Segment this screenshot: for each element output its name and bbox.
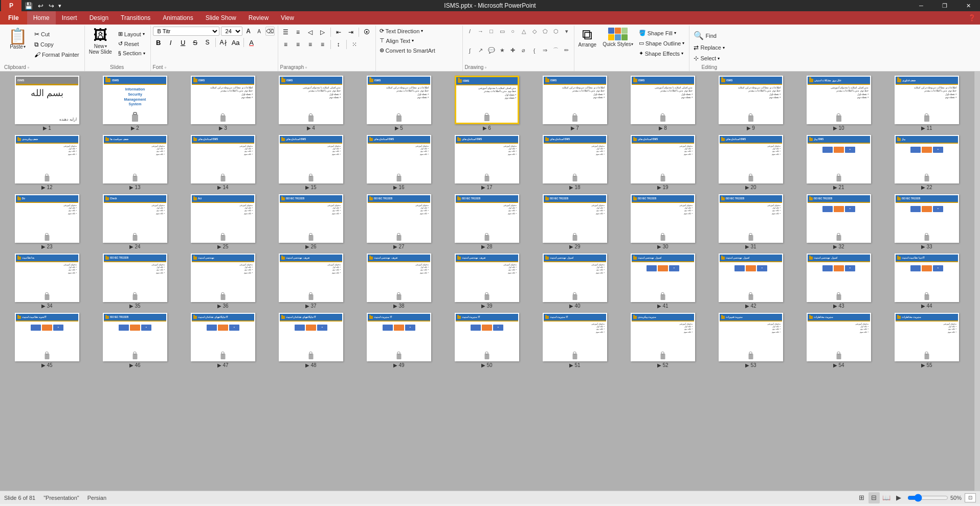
- align-center-btn[interactable]: ≡: [293, 39, 304, 50]
- find-button[interactable]: 🔍 Find: [692, 30, 726, 41]
- slideshow-view-btn[interactable]: ▶: [893, 492, 904, 503]
- slide-thumb[interactable]: استانداردهای ISMS محتوای آموزشی• نکته او…: [621, 135, 705, 190]
- slide-thumb[interactable]: ISO IEC TR13335 محتوای آموزشی• نکته اول•…: [269, 194, 353, 249]
- columns-btn[interactable]: ⦿: [361, 27, 372, 38]
- slide-thumb[interactable]: ISO IEC TR13335 ■ ▶32: [797, 194, 881, 249]
- slide-thumb[interactable]: ISMS InformationSecurityManagementSystem…: [93, 76, 177, 131]
- hexagon-shape-btn[interactable]: ⬡: [551, 27, 561, 36]
- text-direction-button[interactable]: ⟳ Text Direction ▾: [378, 27, 459, 35]
- right-scrollbar[interactable]: [974, 72, 980, 491]
- align-text-button[interactable]: ⊤ Align Text ▾: [378, 36, 459, 45]
- slide-thumb[interactable]: ISO IEC TR13335 محتوای آموزشی• نکته اول•…: [533, 194, 617, 249]
- star-shape-btn[interactable]: ★: [497, 46, 507, 55]
- slide-thumb[interactable]: استانداردهای ISMS محتوای آموزشی• نکته او…: [269, 135, 353, 190]
- align-left-btn[interactable]: ≡: [280, 39, 292, 50]
- slide-thumb[interactable]: ISMS اطلاعات و مطالب مربوطه در این اسلای…: [181, 76, 265, 131]
- slide-thumb[interactable]: ISO IEC TR13335 ■ ▶33: [885, 194, 969, 249]
- freeform-btn[interactable]: ✏: [562, 46, 572, 55]
- italic-btn[interactable]: I: [165, 37, 176, 48]
- rect-shape-btn[interactable]: □: [486, 27, 497, 36]
- increase-font-btn[interactable]: A: [244, 27, 253, 36]
- slide-thumb[interactable]: مدیریت مخاطرات محتوای آموزشی• نکته اول• …: [797, 313, 881, 368]
- decrease-font-btn[interactable]: A: [255, 27, 264, 36]
- file-menu-btn[interactable]: File: [0, 11, 27, 25]
- cross-shape-btn[interactable]: ✚: [508, 46, 518, 55]
- pentagon-shape-btn[interactable]: ⬠: [540, 27, 550, 36]
- para-dialog-btn[interactable]: ⬦: [305, 65, 307, 70]
- font-dialog-btn[interactable]: ⬦: [164, 65, 167, 70]
- callout-btn[interactable]: 💬: [486, 46, 497, 55]
- clipboard-dialog-btn[interactable]: ⬦: [27, 65, 30, 70]
- redo-qat-btn[interactable]: ↪: [47, 2, 56, 10]
- slide-thumb[interactable]: ISMS متن اصلی اسلاید با محتوای آموزشی خط…: [445, 76, 529, 131]
- layout-button[interactable]: ⊞ Layout ▾: [116, 30, 147, 38]
- slide-thumb[interactable]: جایگاههای نشاندان امنیت IT ■ ▶47: [181, 313, 265, 368]
- slide-thumb[interactable]: ISO IEC TR13335 محتوای آموزشی• نکته اول•…: [621, 194, 705, 249]
- fit-window-btn[interactable]: ⊡: [965, 493, 976, 502]
- slide-thumb[interactable]: Do محتوای آموزشی• نکته اول• نکته دوم• نک…: [5, 194, 89, 249]
- smartart-btn[interactable]: ⁙: [349, 39, 360, 50]
- slide-thumb[interactable]: اصول مهندسی امنیت ■ ▶43: [797, 254, 881, 309]
- slide-thumb[interactable]: اصول مهندسی امنیت محتوای آموزشی• نکته او…: [533, 254, 617, 309]
- line-shape-btn[interactable]: /: [465, 27, 475, 36]
- round-rect-btn[interactable]: ▭: [497, 27, 507, 36]
- font-size-select[interactable]: 24: [221, 27, 242, 36]
- home-menu-item[interactable]: Home: [27, 11, 56, 25]
- minimize-btn[interactable]: ─: [909, 0, 933, 11]
- connector-btn[interactable]: ↗: [476, 46, 486, 55]
- strikethrough-btn[interactable]: S: [190, 37, 201, 48]
- slide-thumb[interactable]: ISO IEC TR13335 محتوای آموزشی• نکته اول•…: [357, 194, 441, 249]
- slide-thumb[interactable]: ضعف فناوری اطلاعات و مطالب مربوطه در این…: [885, 76, 969, 131]
- slide-thumb[interactable]: ISO IEC TR13335 ■ ▶46: [93, 313, 177, 368]
- reading-view-btn[interactable]: 📖: [881, 492, 892, 503]
- slide-thumb[interactable]: اصول مهندسی امنیت ■ ▶42: [709, 254, 793, 309]
- ribbon-shape-btn[interactable]: ⌀: [519, 46, 529, 55]
- line-spacing-btn[interactable]: ↕: [333, 39, 344, 50]
- slide-sorter-btn[interactable]: ⊟: [868, 492, 880, 503]
- shape-outline-button[interactable]: ▭ Shape Outline ▾: [637, 39, 686, 48]
- triangle-shape-btn[interactable]: △: [519, 27, 529, 36]
- block-arrow-btn[interactable]: ⇒: [540, 46, 550, 55]
- slide-thumb[interactable]: ISO IEC TR13335 محتوای آموزشی• نکته اول•…: [93, 254, 177, 309]
- slide-thumb[interactable]: استانداردهای ISMS محتوای آموزشی• نکته او…: [181, 135, 265, 190]
- slide-thumb[interactable]: تعریف مهندسی امنیت محتوای آموزشی• نکته ا…: [269, 254, 353, 309]
- zoom-slider[interactable]: [907, 494, 948, 502]
- slide-thumb[interactable]: استانداردهای ISMS محتوای آموزشی• نکته او…: [709, 135, 793, 190]
- slide-thumb[interactable]: تعریف مهندسی امنیت محتوای آموزشی• نکته ا…: [445, 254, 529, 309]
- slide-thumb[interactable]: ISMS متن اصلی اسلاید با محتوای آموزشی خط…: [269, 76, 353, 131]
- save-qat-btn[interactable]: 💾: [23, 2, 35, 10]
- indent-more-btn[interactable]: ▷: [317, 27, 328, 38]
- slide-thumb[interactable]: ISMS بسم الله ارایه دهنده ▶1: [5, 76, 89, 131]
- oval-shape-btn[interactable]: ○: [508, 27, 518, 36]
- transitions-menu-item[interactable]: Transitions: [115, 11, 157, 25]
- slides-panel[interactable]: ISMS بسم الله ارایه دهنده ▶1 ISMS Inform…: [0, 72, 974, 491]
- animations-menu-item[interactable]: Animations: [157, 11, 199, 25]
- slide-thumb[interactable]: Check محتوای آموزشی• نکته اول• نکته دوم•…: [93, 194, 177, 249]
- justify-btn[interactable]: ≡: [317, 39, 328, 50]
- view-menu-item[interactable]: View: [275, 11, 300, 25]
- slide-thumb[interactable]: نحوه نظامیت امنیت IT ■ ▶45: [5, 313, 89, 368]
- char-spacing-btn[interactable]: A∤: [218, 37, 229, 48]
- slide-thumb[interactable]: پیاز ISMS ■ ▶21: [797, 135, 881, 190]
- slide-thumb[interactable]: مهندسی امنیت محتوای آموزشی• نکته اول• نک…: [181, 254, 265, 309]
- shape-effects-button[interactable]: ✦ Shape Effects ▾: [637, 49, 686, 58]
- slide-thumb[interactable]: علل بروز مشکلات امنیتی متن اصلی اسلاید ب…: [797, 76, 881, 131]
- reset-button[interactable]: ↺ Reset: [116, 39, 147, 48]
- rtl-dir-btn[interactable]: ⇤: [333, 27, 344, 38]
- cut-button[interactable]: ✂ Cut: [32, 30, 81, 39]
- slide-thumb[interactable]: ISMS متن اصلی اسلاید با محتوای آموزشی خط…: [621, 76, 705, 131]
- undo-qat-btn[interactable]: ↩: [36, 2, 46, 10]
- design-menu-item[interactable]: Design: [83, 11, 115, 25]
- indent-less-btn[interactable]: ◁: [305, 27, 316, 38]
- slide-thumb[interactable]: مدیریت مخاطرات محتوای آموزشی• نکته اول• …: [885, 313, 969, 368]
- review-menu-item[interactable]: Review: [242, 11, 275, 25]
- curved-line-btn[interactable]: ∫: [465, 46, 475, 55]
- underline-btn[interactable]: U: [177, 37, 189, 48]
- slide-thumb[interactable]: مدیریت امنیت IT ■ ▶50: [445, 313, 529, 368]
- slide-thumb[interactable]: ISMS اطلاعات و مطالب مربوطه در این اسلای…: [357, 76, 441, 131]
- slide-thumb[interactable]: Act محتوای آموزشی• نکته اول• نکته دوم• ن…: [181, 194, 265, 249]
- qat-customize-btn[interactable]: ▾: [57, 3, 62, 9]
- slide-thumb[interactable]: اصول مهندسی امنیت ■ ▶41: [621, 254, 705, 309]
- select-button[interactable]: ⊹ Select ▾: [692, 54, 726, 63]
- paste-button[interactable]: 📋 Paste ▾: [4, 27, 31, 52]
